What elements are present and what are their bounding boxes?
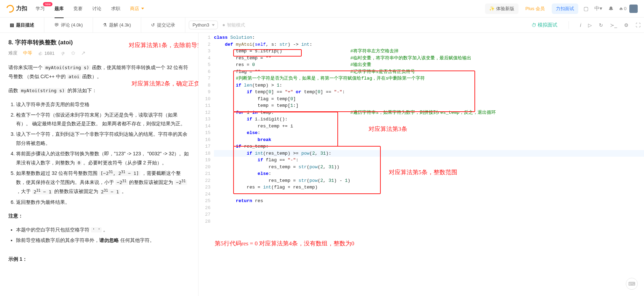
code-line[interactable]: class Solution:: [214, 34, 644, 41]
annotation-text: 第5行代码res = 0 对应算法第4条，没有数组，整数为0: [215, 240, 354, 247]
thumbs-up-icon: 👍︎: [38, 50, 43, 56]
interview-button[interactable]: 力扣面试: [552, 3, 578, 14]
problem-pane: 8. 字符串转换整数 (atoi) 难度 中等 👍︎1681 👎︎ ✩ ↗ 请你…: [0, 33, 199, 296]
note-item: 除前导空格或数字后的其余字符串外，请勿忽略 任何其他字符。: [16, 236, 190, 245]
code-line[interactable]: flag = temp[0]: [214, 96, 644, 103]
algo-step: 读入下一个字符，直到到达下一个非数字字符或到达输入的结尾。字符串的其余部分将被忽…: [16, 130, 190, 148]
mock-interview-button[interactable]: ⏱︎ 模拟面试: [531, 22, 557, 28]
topbar: 力扣 学习new题库竞赛讨论求职商店 ✨ 体验新版 Plus 会员 力扣面试 ▢…: [0, 0, 644, 17]
intelli-mode[interactable]: 智能模式: [223, 22, 245, 28]
code-line[interactable]: else:: [214, 130, 644, 136]
file-icon: ▤: [10, 22, 14, 28]
code-editor[interactable]: 1234567891011121314151617181920212223242…: [199, 33, 644, 226]
dot-icon: [223, 24, 225, 26]
problem-desc: 请你来实现一个 myAtoi(string s) 函数，使其能将字符串转换成一个…: [8, 63, 190, 264]
difficulty-value: 中等: [23, 50, 32, 56]
code-line[interactable]: if i.isdigit():: [214, 116, 644, 123]
likes[interactable]: 👍︎1681: [38, 50, 55, 56]
code-line[interactable]: def myAtoi(self, s: str) -> int:: [214, 41, 644, 48]
sub-tab[interactable]: ↺提交记录: [141, 17, 185, 32]
problem-tabs: ▤题目描述💬︎评论 (4.0k)⚗︎题解 (4.3k)↺提交记录: [0, 17, 185, 32]
code-line[interactable]: break: [214, 136, 644, 143]
code-line[interactable]: if res_temp:: [214, 143, 644, 150]
favorite-icon[interactable]: ✩: [71, 50, 76, 56]
clock-icon: ↺: [151, 22, 155, 28]
code-line[interactable]: res_temp = "" #临时变量，将字符串中的数字加入该变量，最后赋值给输…: [214, 55, 644, 62]
example-label: 示例 1：: [8, 255, 190, 264]
algo-step: 检查下一个字符（假设还未到字符末尾）为正还是负号，读取该字符（如果有）。 确定最…: [16, 111, 190, 129]
fullscreen-icon[interactable]: ⛶: [636, 22, 641, 28]
topbar-actions: ✨ 体验新版 Plus 会员 力扣面试 ▢ 中 ▾ 🔔︎ 🔥︎0: [485, 3, 638, 14]
nav-badge: new: [43, 2, 52, 6]
nav-item[interactable]: 讨论: [92, 4, 101, 13]
algo-step: 读入字符串并丢弃无用的前导空格: [16, 100, 190, 109]
flask-icon: ⚗︎: [103, 22, 107, 28]
chevron-down-icon: [141, 8, 144, 9]
code-line[interactable]: if len(temp) > 1:: [214, 82, 644, 89]
code-line[interactable]: return res: [214, 198, 644, 205]
code-line[interactable]: res = int(flag + res_temp): [214, 184, 644, 191]
brand-name: 力扣: [16, 5, 27, 12]
code-line[interactable]: res_temp = str(pow(2, 31) - 1): [214, 177, 644, 184]
code-line[interactable]: for i in temp: #遍历字符串s，如果字符为数字，则拼接到res_t…: [214, 109, 644, 116]
run-icon[interactable]: ▷: [588, 22, 592, 28]
code-line[interactable]: res = 0 #输出变量: [214, 61, 644, 68]
code-line[interactable]: if temp[0] == "+" or temp[0] == "-":: [214, 89, 644, 96]
code-line[interactable]: [214, 191, 644, 198]
sub-tab-label: 题解 (4.3k): [109, 22, 131, 28]
code-line[interactable]: [214, 205, 644, 212]
avatar[interactable]: [629, 5, 638, 13]
code-line[interactable]: res_temp = str(pow(2, 31)): [214, 164, 644, 171]
nav-item[interactable]: 竞赛: [73, 4, 83, 13]
code-line[interactable]: #判断第一个字符是否为正负号，如果是，将第一个字符赋值给flag，并在s中删除第…: [214, 75, 644, 82]
lang-switch[interactable]: 中 ▾: [594, 5, 603, 12]
code-line[interactable]: res_temp += i: [214, 123, 644, 130]
sub-tab-label: 提交记录: [157, 22, 175, 28]
plus-button[interactable]: Plus 会员: [521, 3, 549, 14]
code-line[interactable]: flag = "" #记录字符串s是否含有正负符号: [214, 68, 644, 75]
problem-title: 8. 字符串转换整数 (atoi): [8, 38, 190, 46]
sub-tab[interactable]: ⚗︎题解 (4.3k): [93, 17, 141, 32]
streak-count[interactable]: 🔥︎0: [619, 6, 627, 11]
code-line[interactable]: temp = s.lstrip() #将字符串左方空格去掉: [214, 48, 644, 55]
language-select[interactable]: Python3: [189, 21, 218, 29]
logo[interactable]: 力扣: [6, 5, 27, 13]
comment-icon: 💬︎: [54, 22, 59, 28]
sub-tab-label: 题目描述: [16, 22, 34, 28]
console-icon[interactable]: ≻_: [610, 22, 617, 28]
nav-item[interactable]: 题库: [55, 4, 64, 13]
nav-item[interactable]: 商店: [130, 4, 144, 13]
note-item: 本题中的空白字符只包括空格字符 ' ' 。: [16, 225, 190, 235]
thumbs-down-icon[interactable]: 👎︎: [60, 50, 65, 56]
difficulty-label: 难度: [8, 50, 17, 56]
line-gutter: 1234567891011121314151617181920212223242…: [199, 34, 214, 225]
sub-tab-label: 评论 (4.0k): [61, 22, 83, 28]
reset-icon[interactable]: ↻: [599, 22, 603, 28]
bell-icon[interactable]: 🔔︎: [606, 6, 616, 12]
code-area[interactable]: class Solution: def myAtoi(self, s: str)…: [214, 34, 644, 225]
code-line[interactable]: [214, 211, 644, 218]
note-label: 注意：: [8, 212, 190, 221]
editor-pane[interactable]: 1234567891011121314151617181920212223242…: [199, 33, 644, 296]
share-icon[interactable]: ↗: [81, 50, 86, 56]
code-line[interactable]: if flag == "-":: [214, 157, 644, 164]
info-icon[interactable]: i: [580, 22, 581, 28]
sub-tab[interactable]: ▤题目描述: [0, 17, 44, 32]
settings-icon[interactable]: ⚙︎: [624, 22, 629, 28]
nav: 学习new题库竞赛讨论求职商店: [36, 4, 144, 13]
code-line[interactable]: if int(res_temp) >= pow(2, 31):: [214, 150, 644, 157]
code-line[interactable]: else:: [214, 170, 644, 177]
nav-item[interactable]: 求职: [111, 4, 120, 13]
code-line[interactable]: [214, 218, 644, 225]
tablet-icon[interactable]: ▢: [581, 6, 591, 12]
sub-tab[interactable]: 💬︎评论 (4.0k): [44, 17, 93, 32]
split: 8. 字符串转换整数 (atoi) 难度 中等 👍︎1681 👎︎ ✩ ↗ 请你…: [0, 33, 644, 296]
algo-step: 返回整数作为最终结果。: [16, 198, 190, 207]
code-line[interactable]: temp = temp[1:]: [214, 102, 644, 109]
algo-step: 将前面步骤读入的这些数字转换为整数（即，"123" -> 123， "0032"…: [16, 149, 190, 168]
logo-icon: [5, 3, 15, 14]
try-new-button[interactable]: ✨ 体验新版: [485, 3, 518, 14]
float-keyboard-icon[interactable]: ⌨︎: [626, 278, 638, 290]
nav-item[interactable]: 学习new: [36, 4, 45, 13]
algo-step: 如果整数数超过 32 位有符号整数范围 [−231, 231 − 1] ，需要截…: [16, 169, 190, 197]
